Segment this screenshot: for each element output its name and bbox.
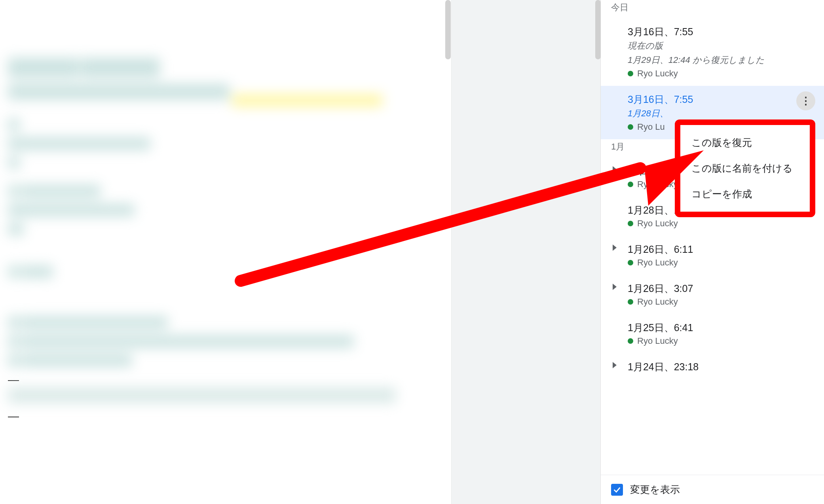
- menu-item-name-version[interactable]: この版に名前を付ける: [680, 155, 810, 181]
- version-author-row: Ryo Lucky: [628, 336, 814, 346]
- version-item-title: 1月26日、6:11: [628, 243, 814, 256]
- doc-blur-block: [8, 182, 443, 239]
- version-group-today: 今日: [601, 0, 824, 18]
- doc-blur-block: [8, 385, 443, 407]
- version-author-row: Ryo Lucky: [628, 258, 814, 268]
- scrollbar-thumb[interactable]: [445, 0, 451, 59]
- version-author-row: Ryo Lucky: [628, 297, 814, 307]
- expand-toggle-icon[interactable]: [613, 284, 617, 290]
- doc-blur-block: [8, 263, 443, 282]
- version-item-subtitle: 現在の版: [628, 40, 814, 52]
- doc-blur-block: [8, 314, 443, 371]
- version-item[interactable]: 1月26日、6:11 Ryo Lucky: [601, 236, 824, 275]
- version-author-row: Ryo Lucky: [628, 218, 814, 229]
- version-item-title: 1月25日、6:41: [628, 321, 814, 334]
- menu-item-restore-version[interactable]: この版を復元: [680, 130, 810, 155]
- version-item[interactable]: 1月24日、23:18: [601, 353, 824, 377]
- author-dot-icon: [628, 124, 633, 130]
- doc-hr: [8, 380, 19, 381]
- version-item-title: 3月16日、7:55: [628, 25, 814, 38]
- version-item-note: 1月29日、12:44 から復元しました: [628, 54, 814, 66]
- scrollbar-thumb[interactable]: [595, 0, 601, 59]
- author-dot-icon: [628, 260, 633, 265]
- author-dot-icon: [628, 299, 633, 305]
- author-dot-icon: [628, 71, 633, 76]
- version-item-title: 3月16日、7:55: [628, 93, 814, 106]
- expand-toggle-icon[interactable]: [613, 362, 617, 368]
- author-name: Ryo Lucky: [637, 179, 678, 189]
- show-changes-label: 変更を表示: [630, 483, 680, 496]
- doc-blur-block: [8, 55, 443, 106]
- author-name: Ryo Lu: [637, 122, 665, 132]
- author-name: Ryo Lucky: [637, 336, 678, 346]
- version-item[interactable]: 1月25日、6:41 Ryo Lucky: [601, 314, 824, 353]
- version-item-subtitle: 1月28日、: [628, 108, 814, 119]
- author-dot-icon: [628, 221, 633, 226]
- version-history-panel: 今日 3月16日、7:55 現在の版 1月29日、12:44 から復元しました …: [600, 0, 824, 504]
- author-name: Ryo Lucky: [637, 218, 678, 229]
- more-options-button[interactable]: ⋮: [796, 91, 815, 110]
- footer-show-changes: 変更を表示: [601, 475, 824, 504]
- version-item-title: 1月26日、3:07: [628, 282, 814, 295]
- version-history-list: 今日 3月16日、7:55 現在の版 1月29日、12:44 から復元しました …: [601, 0, 824, 475]
- show-changes-checkbox[interactable]: [611, 484, 623, 496]
- doc-blur-block: [8, 116, 443, 173]
- menu-item-make-copy[interactable]: コピーを作成: [680, 181, 810, 207]
- version-item-current[interactable]: 3月16日、7:55 現在の版 1月29日、12:44 から復元しました Ryo…: [601, 18, 824, 86]
- author-dot-icon: [628, 338, 633, 344]
- expand-toggle-icon[interactable]: [613, 244, 617, 251]
- version-context-menu: この版を復元 この版に名前を付ける コピーを作成: [675, 119, 815, 217]
- author-name: Ryo Lucky: [637, 68, 678, 79]
- version-author-row: Ryo Lucky: [628, 68, 814, 79]
- document-preview-area: [0, 0, 600, 504]
- author-dot-icon: [628, 182, 633, 187]
- expand-toggle-icon[interactable]: [613, 166, 617, 172]
- doc-hr: [8, 417, 19, 417]
- author-name: Ryo Lucky: [637, 258, 678, 268]
- version-item-title: 1月24日、23:18: [628, 360, 814, 373]
- document-page: [0, 0, 451, 504]
- version-item[interactable]: 1月26日、3:07 Ryo Lucky: [601, 275, 824, 314]
- author-name: Ryo Lucky: [637, 297, 678, 307]
